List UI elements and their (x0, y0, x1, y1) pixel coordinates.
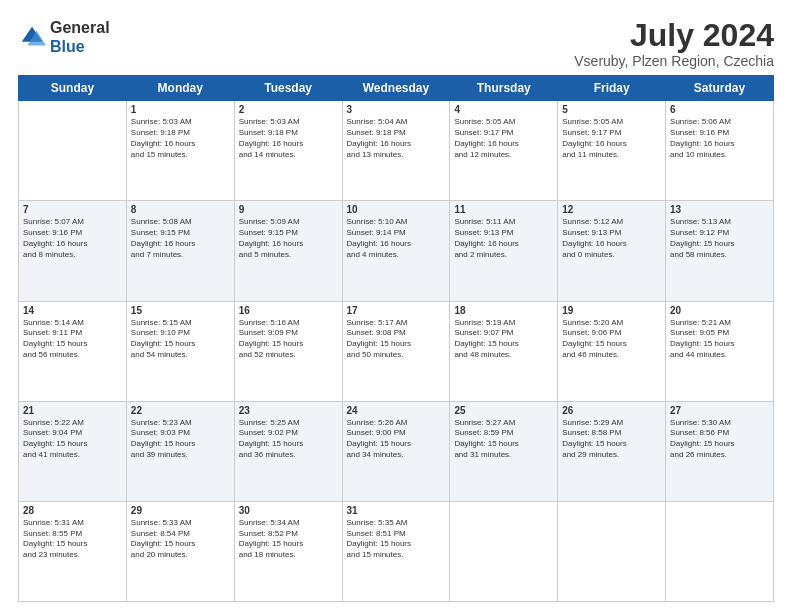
table-row: 29Sunrise: 5:33 AM Sunset: 8:54 PM Dayli… (126, 501, 234, 601)
day-number: 30 (239, 505, 338, 516)
day-number: 19 (562, 305, 661, 316)
table-row (450, 501, 558, 601)
day-info: Sunrise: 5:11 AM Sunset: 9:13 PM Dayligh… (454, 217, 553, 260)
table-row: 22Sunrise: 5:23 AM Sunset: 9:03 PM Dayli… (126, 401, 234, 501)
table-row: 20Sunrise: 5:21 AM Sunset: 9:05 PM Dayli… (666, 301, 774, 401)
day-info: Sunrise: 5:10 AM Sunset: 9:14 PM Dayligh… (347, 217, 446, 260)
day-number: 12 (562, 204, 661, 215)
calendar-week-2: 7Sunrise: 5:07 AM Sunset: 9:16 PM Daylig… (19, 201, 774, 301)
location: Vseruby, Plzen Region, Czechia (574, 53, 774, 69)
day-number: 9 (239, 204, 338, 215)
table-row: 27Sunrise: 5:30 AM Sunset: 8:56 PM Dayli… (666, 401, 774, 501)
day-info: Sunrise: 5:22 AM Sunset: 9:04 PM Dayligh… (23, 418, 122, 461)
day-info: Sunrise: 5:35 AM Sunset: 8:51 PM Dayligh… (347, 518, 446, 561)
day-info: Sunrise: 5:29 AM Sunset: 8:58 PM Dayligh… (562, 418, 661, 461)
day-info: Sunrise: 5:23 AM Sunset: 9:03 PM Dayligh… (131, 418, 230, 461)
day-number: 13 (670, 204, 769, 215)
day-info: Sunrise: 5:33 AM Sunset: 8:54 PM Dayligh… (131, 518, 230, 561)
day-number: 10 (347, 204, 446, 215)
day-number: 8 (131, 204, 230, 215)
day-info: Sunrise: 5:26 AM Sunset: 9:00 PM Dayligh… (347, 418, 446, 461)
table-row: 17Sunrise: 5:17 AM Sunset: 9:08 PM Dayli… (342, 301, 450, 401)
day-number: 26 (562, 405, 661, 416)
month-year: July 2024 (574, 18, 774, 53)
day-number: 11 (454, 204, 553, 215)
day-info: Sunrise: 5:19 AM Sunset: 9:07 PM Dayligh… (454, 318, 553, 361)
col-friday: Friday (558, 76, 666, 101)
title-block: July 2024 Vseruby, Plzen Region, Czechia (574, 18, 774, 69)
day-info: Sunrise: 5:12 AM Sunset: 9:13 PM Dayligh… (562, 217, 661, 260)
day-number: 14 (23, 305, 122, 316)
table-row: 26Sunrise: 5:29 AM Sunset: 8:58 PM Dayli… (558, 401, 666, 501)
table-row: 13Sunrise: 5:13 AM Sunset: 9:12 PM Dayli… (666, 201, 774, 301)
day-number: 16 (239, 305, 338, 316)
day-number: 22 (131, 405, 230, 416)
col-saturday: Saturday (666, 76, 774, 101)
day-info: Sunrise: 5:21 AM Sunset: 9:05 PM Dayligh… (670, 318, 769, 361)
table-row: 21Sunrise: 5:22 AM Sunset: 9:04 PM Dayli… (19, 401, 127, 501)
table-row (666, 501, 774, 601)
day-info: Sunrise: 5:17 AM Sunset: 9:08 PM Dayligh… (347, 318, 446, 361)
day-info: Sunrise: 5:27 AM Sunset: 8:59 PM Dayligh… (454, 418, 553, 461)
day-number: 27 (670, 405, 769, 416)
table-row: 19Sunrise: 5:20 AM Sunset: 9:06 PM Dayli… (558, 301, 666, 401)
table-row (558, 501, 666, 601)
header: General Blue July 2024 Vseruby, Plzen Re… (18, 18, 774, 69)
day-number: 20 (670, 305, 769, 316)
table-row: 24Sunrise: 5:26 AM Sunset: 9:00 PM Dayli… (342, 401, 450, 501)
day-number: 2 (239, 104, 338, 115)
table-row: 7Sunrise: 5:07 AM Sunset: 9:16 PM Daylig… (19, 201, 127, 301)
table-row: 4Sunrise: 5:05 AM Sunset: 9:17 PM Daylig… (450, 101, 558, 201)
table-row: 15Sunrise: 5:15 AM Sunset: 9:10 PM Dayli… (126, 301, 234, 401)
day-number: 1 (131, 104, 230, 115)
calendar-week-4: 21Sunrise: 5:22 AM Sunset: 9:04 PM Dayli… (19, 401, 774, 501)
day-number: 18 (454, 305, 553, 316)
logo: General Blue (18, 18, 110, 56)
day-info: Sunrise: 5:13 AM Sunset: 9:12 PM Dayligh… (670, 217, 769, 260)
day-info: Sunrise: 5:34 AM Sunset: 8:52 PM Dayligh… (239, 518, 338, 561)
day-info: Sunrise: 5:03 AM Sunset: 9:18 PM Dayligh… (131, 117, 230, 160)
day-number: 15 (131, 305, 230, 316)
col-sunday: Sunday (19, 76, 127, 101)
logo-general: General (50, 19, 110, 36)
day-info: Sunrise: 5:05 AM Sunset: 9:17 PM Dayligh… (454, 117, 553, 160)
day-info: Sunrise: 5:25 AM Sunset: 9:02 PM Dayligh… (239, 418, 338, 461)
day-number: 29 (131, 505, 230, 516)
table-row: 30Sunrise: 5:34 AM Sunset: 8:52 PM Dayli… (234, 501, 342, 601)
table-row: 11Sunrise: 5:11 AM Sunset: 9:13 PM Dayli… (450, 201, 558, 301)
table-row: 8Sunrise: 5:08 AM Sunset: 9:15 PM Daylig… (126, 201, 234, 301)
day-info: Sunrise: 5:07 AM Sunset: 9:16 PM Dayligh… (23, 217, 122, 260)
day-number: 7 (23, 204, 122, 215)
table-row (19, 101, 127, 201)
calendar-header-row: Sunday Monday Tuesday Wednesday Thursday… (19, 76, 774, 101)
day-info: Sunrise: 5:06 AM Sunset: 9:16 PM Dayligh… (670, 117, 769, 160)
calendar-table: Sunday Monday Tuesday Wednesday Thursday… (18, 75, 774, 602)
col-wednesday: Wednesday (342, 76, 450, 101)
table-row: 6Sunrise: 5:06 AM Sunset: 9:16 PM Daylig… (666, 101, 774, 201)
day-number: 25 (454, 405, 553, 416)
day-number: 28 (23, 505, 122, 516)
table-row: 12Sunrise: 5:12 AM Sunset: 9:13 PM Dayli… (558, 201, 666, 301)
logo-blue: Blue (50, 38, 85, 55)
day-info: Sunrise: 5:04 AM Sunset: 9:18 PM Dayligh… (347, 117, 446, 160)
day-number: 6 (670, 104, 769, 115)
table-row: 10Sunrise: 5:10 AM Sunset: 9:14 PM Dayli… (342, 201, 450, 301)
day-info: Sunrise: 5:16 AM Sunset: 9:09 PM Dayligh… (239, 318, 338, 361)
day-number: 31 (347, 505, 446, 516)
day-number: 17 (347, 305, 446, 316)
day-info: Sunrise: 5:09 AM Sunset: 9:15 PM Dayligh… (239, 217, 338, 260)
day-number: 4 (454, 104, 553, 115)
table-row: 5Sunrise: 5:05 AM Sunset: 9:17 PM Daylig… (558, 101, 666, 201)
table-row: 18Sunrise: 5:19 AM Sunset: 9:07 PM Dayli… (450, 301, 558, 401)
calendar-week-5: 28Sunrise: 5:31 AM Sunset: 8:55 PM Dayli… (19, 501, 774, 601)
col-tuesday: Tuesday (234, 76, 342, 101)
table-row: 31Sunrise: 5:35 AM Sunset: 8:51 PM Dayli… (342, 501, 450, 601)
calendar-week-1: 1Sunrise: 5:03 AM Sunset: 9:18 PM Daylig… (19, 101, 774, 201)
day-number: 3 (347, 104, 446, 115)
day-info: Sunrise: 5:15 AM Sunset: 9:10 PM Dayligh… (131, 318, 230, 361)
day-number: 23 (239, 405, 338, 416)
table-row: 2Sunrise: 5:03 AM Sunset: 9:18 PM Daylig… (234, 101, 342, 201)
day-info: Sunrise: 5:08 AM Sunset: 9:15 PM Dayligh… (131, 217, 230, 260)
calendar-week-3: 14Sunrise: 5:14 AM Sunset: 9:11 PM Dayli… (19, 301, 774, 401)
table-row: 16Sunrise: 5:16 AM Sunset: 9:09 PM Dayli… (234, 301, 342, 401)
